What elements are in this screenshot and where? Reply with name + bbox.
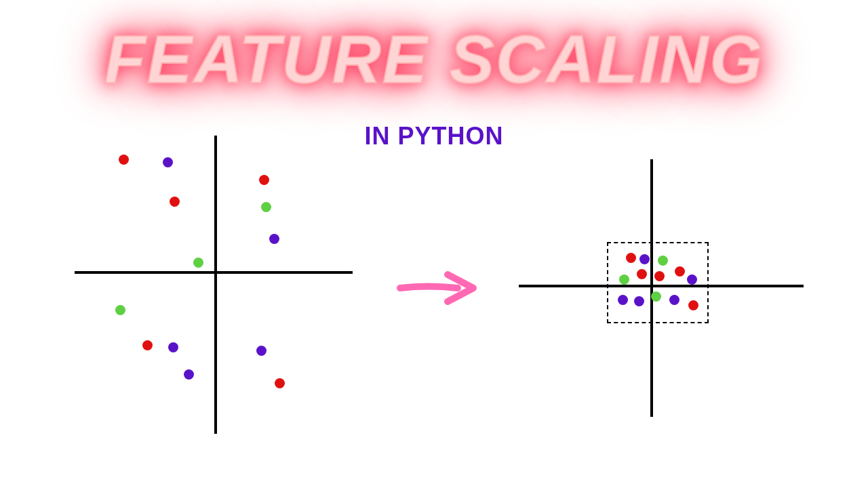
data-point	[651, 291, 661, 302]
data-point	[637, 269, 647, 279]
data-point	[669, 295, 679, 305]
data-point	[639, 254, 650, 264]
data-point	[687, 274, 697, 285]
data-point	[170, 197, 180, 207]
data-point	[261, 202, 271, 212]
data-point	[256, 346, 267, 356]
scatter-plot-scaled	[519, 159, 804, 417]
data-point	[259, 175, 269, 185]
data-point	[626, 253, 636, 263]
data-point	[269, 234, 279, 244]
data-point	[193, 258, 203, 268]
data-point	[115, 305, 125, 315]
data-point	[119, 155, 129, 165]
data-point	[634, 296, 644, 306]
data-point	[675, 266, 685, 277]
data-point	[658, 256, 668, 266]
data-point	[184, 369, 194, 380]
scatter-plot-unscaled	[75, 136, 359, 441]
y-axis	[214, 136, 217, 434]
data-point	[168, 342, 178, 352]
data-point	[163, 157, 173, 167]
subtitle: IN PYTHON	[364, 122, 503, 150]
data-point	[142, 340, 153, 350]
data-point	[654, 271, 665, 281]
main-title: FEATURE SCALING	[104, 20, 764, 98]
x-axis	[75, 271, 353, 274]
data-point	[618, 295, 628, 305]
data-point	[275, 378, 285, 388]
arrow-icon	[393, 268, 481, 308]
data-point	[688, 300, 698, 310]
data-point	[619, 274, 629, 285]
